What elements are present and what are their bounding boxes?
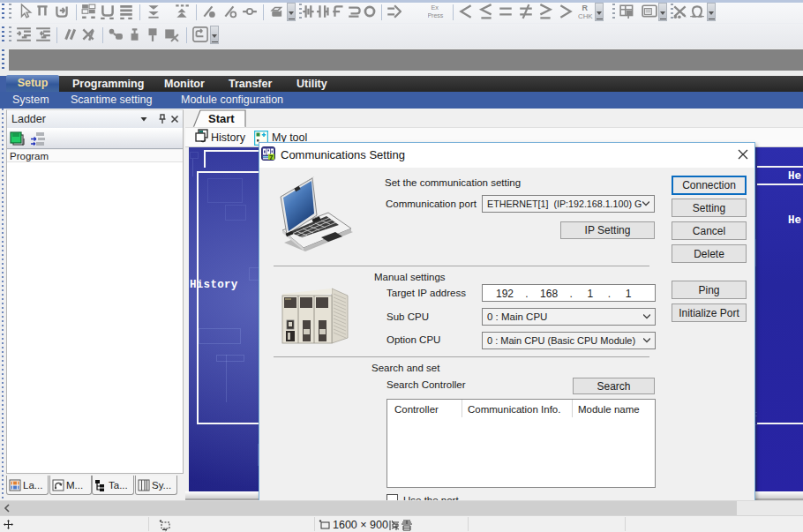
svg-text:7: 7 [269, 154, 274, 161]
svg-text:R: R [582, 4, 589, 12]
svg-text:Ex: Ex [431, 4, 439, 11]
svg-text:CHK: CHK [578, 12, 593, 19]
svg-text:Press: Press [428, 12, 444, 19]
